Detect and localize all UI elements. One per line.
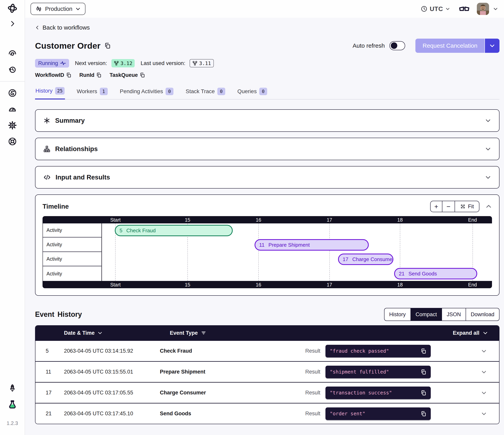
gridline (258, 223, 259, 281)
event-table-header: Date & Time Event Type Expand all (36, 326, 499, 340)
result-label: Result (305, 411, 320, 417)
summary-accordion[interactable]: Summary (35, 109, 499, 132)
zoom-in-button[interactable]: + (430, 201, 442, 212)
support-lifebuoy-icon[interactable] (7, 136, 18, 147)
copy-icon[interactable] (421, 369, 426, 375)
timeline-bar-check-fraud[interactable]: 5Check Fraud (115, 225, 233, 236)
expand-row-chevron[interactable] (431, 390, 499, 396)
tab-queries[interactable]: Queries0 (237, 86, 268, 100)
download-button[interactable]: Download (466, 308, 499, 321)
input-results-title: Input and Results (55, 174, 110, 181)
expand-row-chevron[interactable] (431, 411, 499, 417)
last-version-label: Last used version: (141, 60, 185, 66)
copy-icon[interactable] (421, 411, 426, 417)
user-menu-chevron-icon[interactable] (493, 6, 498, 11)
schedules-icon[interactable] (7, 64, 18, 75)
event-row[interactable]: 5 2063-04-05 UTC 03:14:15.92 Check Fraud… (36, 340, 499, 361)
timeline-bar-charge-consumer[interactable]: 17Charge Consumer (338, 254, 393, 265)
expand-row-chevron[interactable] (431, 369, 499, 375)
namespace-picker[interactable]: Production (30, 3, 85, 15)
branch-icon (114, 61, 119, 66)
user-avatar[interactable] (477, 3, 489, 15)
gridline (329, 223, 330, 281)
workflow-id-copy[interactable]: WorkflowID (35, 72, 72, 78)
cancel-menu-chevron[interactable] (485, 39, 499, 53)
back-link-label: Back to workflows (43, 24, 90, 31)
temporal-logo-icon[interactable] (7, 3, 18, 14)
top-bar: Production UTC (25, 0, 504, 18)
view-compact-button[interactable]: Compact (411, 308, 441, 321)
timeline-row-label: Activity (43, 238, 101, 252)
result-label: Result (305, 369, 320, 375)
relationships-icon (43, 145, 50, 152)
workflows-icon[interactable] (7, 48, 18, 59)
event-row[interactable]: 21 2063-04-05 UTC 03:17:45.10 Send Goods… (36, 403, 499, 424)
copy-title-icon[interactable] (104, 42, 111, 49)
fit-label: Fit (468, 204, 474, 210)
nexus-icon[interactable] (7, 87, 18, 99)
chevron-down-icon[interactable] (485, 146, 491, 152)
tab-pending-activities[interactable]: Pending Activities0 (119, 86, 174, 100)
event-datetime: 2063-04-05 UTC 03:15:55.01 (64, 369, 160, 375)
back-to-workflows-link[interactable]: Back to workflows (35, 24, 499, 31)
chevron-down-icon[interactable] (485, 117, 491, 124)
app-window: 1.2.3 Production UTC (0, 0, 504, 435)
timeline-bar-prepare-shipment[interactable]: 11Prepare Shipment (255, 239, 369, 250)
task-queue-copy[interactable]: TaskQueue (109, 72, 145, 78)
tab-workers[interactable]: Workers1 (76, 86, 108, 100)
view-json-button[interactable]: JSON (441, 308, 466, 321)
column-date-time[interactable]: Date & Time (64, 330, 103, 336)
chevron-down-icon (445, 7, 450, 11)
event-row[interactable]: 17 2063-04-05 UTC 03:17:05.55 Charge Con… (36, 382, 499, 403)
copy-icon (66, 72, 72, 78)
tab-workers-count: 1 (100, 88, 108, 95)
settings-gear-icon[interactable] (7, 120, 18, 131)
relationships-title: Relationships (55, 145, 98, 153)
view-history-button[interactable]: History (385, 308, 411, 321)
relationships-accordion[interactable]: Relationships (35, 138, 499, 160)
tab-queries-count: 0 (259, 88, 267, 95)
event-row[interactable]: 11 2063-04-05 UTC 03:15:55.01 Prepare Sh… (36, 361, 499, 382)
request-cancelation-button[interactable]: Request Cancelation (415, 39, 499, 53)
timeline-bar-send-goods[interactable]: 21Send Goods (394, 268, 477, 279)
usage-gauge-icon[interactable] (7, 104, 18, 115)
result-chip: "shipment fulfilled" (325, 366, 431, 378)
run-id-copy[interactable]: RunId (79, 72, 102, 78)
auto-refresh-toggle[interactable] (389, 41, 405, 50)
next-version-badge: 3.12 (111, 59, 135, 67)
event-type: Charge Consumer (160, 390, 305, 396)
event-view-switcher: History Compact JSON Download (384, 308, 499, 321)
copy-icon[interactable] (421, 348, 426, 354)
chevron-down-icon[interactable] (485, 174, 491, 180)
event-datetime: 2063-04-05 UTC 03:17:45.10 (64, 411, 160, 417)
event-type: Check Fraud (160, 348, 305, 354)
collapse-timeline-icon[interactable] (485, 203, 492, 210)
copy-icon[interactable] (421, 390, 426, 396)
event-datetime: 2063-04-05 UTC 03:17:05.55 (64, 390, 160, 396)
sidebar-expand-icon[interactable] (7, 18, 18, 29)
request-cancelation-label[interactable]: Request Cancelation (415, 39, 485, 53)
feedback-glasses-icon[interactable] (459, 5, 469, 13)
timeline-chart: Start 15 16 17 18 End Activity Activity … (43, 216, 492, 288)
tab-pending-count: 0 (166, 88, 173, 95)
event-history-table: Date & Time Event Type Expand all 5 2063… (35, 325, 499, 424)
labs-flask-icon[interactable] (7, 399, 18, 410)
tick-label: Start (110, 282, 121, 287)
whats-new-rocket-icon[interactable] (7, 383, 18, 394)
column-event-type[interactable]: Event Type (170, 330, 206, 336)
input-results-accordion[interactable]: Input and Results (35, 166, 499, 189)
timeline-plot: 5Check Fraud 11Prepare Shipment 17Charge… (102, 223, 492, 281)
expand-row-chevron[interactable] (431, 348, 499, 354)
timeline-axis-bottom: Start 15 16 17 18 End (43, 281, 492, 288)
timeline-zoom-controls: + − Fit (430, 201, 479, 212)
result-value: "fraud check passed" (330, 348, 389, 354)
tick-label: 15 (185, 217, 190, 223)
zoom-out-button[interactable]: − (442, 201, 455, 212)
fit-button[interactable]: Fit (455, 201, 479, 212)
tab-history[interactable]: History25 (35, 86, 65, 100)
timezone-picker[interactable]: UTC (421, 5, 450, 13)
tab-stack-trace[interactable]: Stack Trace0 (185, 86, 226, 100)
status-badge: Running (35, 59, 69, 68)
status-label: Running (38, 60, 58, 66)
expand-all-button[interactable]: Expand all (453, 330, 488, 336)
